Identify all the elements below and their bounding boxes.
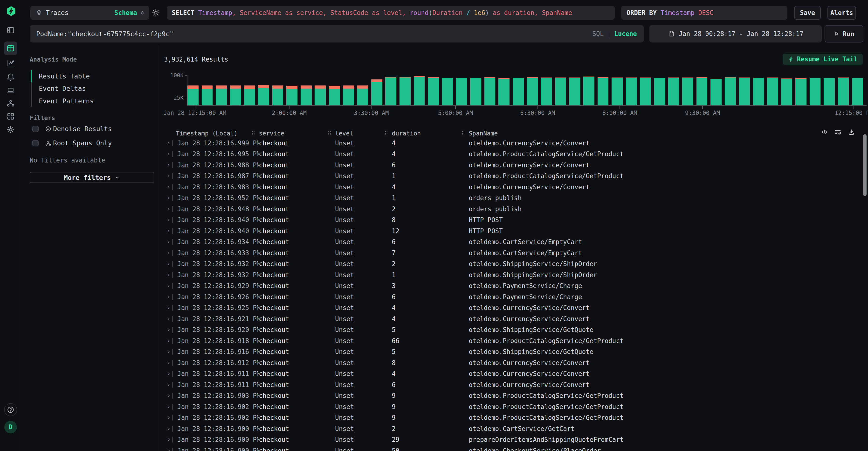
table-row[interactable]: Jan 28 12:28:16.995 PMcheckoutUnset4otel… <box>159 149 868 160</box>
table-row[interactable]: Jan 28 12:28:16.902 PMcheckoutUnset9otel… <box>159 412 868 423</box>
sql-select-editor[interactable]: SELECT Timestamp, ServiceName as service… <box>167 6 615 20</box>
table-row[interactable]: Jan 28 12:28:16.952 PMcheckoutUnset1orde… <box>159 193 868 204</box>
histogram-bar[interactable] <box>555 78 566 105</box>
expand-row-chevron-icon[interactable] <box>166 349 171 355</box>
save-button[interactable]: Save <box>794 6 821 20</box>
source-settings-gear-icon[interactable] <box>152 8 160 17</box>
query-language-toggle[interactable]: SQL | Lucene <box>592 30 637 37</box>
histogram-bar[interactable] <box>626 78 637 105</box>
histogram-bar[interactable] <box>498 78 509 105</box>
histogram-bar[interactable] <box>527 77 538 105</box>
table-row[interactable]: Jan 28 12:28:16.921 PMcheckoutUnset4otel… <box>159 313 868 325</box>
nav-alerts-bell-icon[interactable] <box>6 73 15 81</box>
histogram-bar[interactable] <box>654 78 665 105</box>
date-range-picker[interactable]: Jan 28 00:28:17 - Jan 28 12:28:17 <box>649 25 822 43</box>
histogram-bar[interactable] <box>612 78 623 105</box>
run-query-button[interactable]: Run <box>825 25 863 43</box>
histogram-bar[interactable] <box>230 85 241 105</box>
histogram-bar[interactable] <box>329 86 340 105</box>
user-avatar[interactable]: D <box>4 421 17 433</box>
expand-row-chevron-icon[interactable] <box>166 163 171 168</box>
expand-row-chevron-icon[interactable] <box>166 316 171 321</box>
order-by-editor[interactable]: ORDER BY Timestamp DESC <box>621 6 787 20</box>
histogram-bar[interactable] <box>824 78 835 105</box>
histogram-bar[interactable] <box>597 77 609 105</box>
histogram-bar[interactable] <box>795 78 806 105</box>
histogram-bar[interactable] <box>696 77 708 105</box>
nav-chart-explorer-icon[interactable] <box>6 59 15 67</box>
expand-row-chevron-icon[interactable] <box>166 382 171 388</box>
table-row[interactable]: Jan 28 12:28:16.911 PMcheckoutUnset4otel… <box>159 368 868 379</box>
histogram-bar[interactable] <box>810 78 821 105</box>
table-row[interactable]: Jan 28 12:28:16.902 PMcheckoutUnset9otel… <box>159 401 868 412</box>
expand-row-chevron-icon[interactable] <box>166 173 171 179</box>
histogram-bar[interactable] <box>258 85 269 105</box>
expand-row-chevron-icon[interactable] <box>166 294 171 300</box>
histogram-bar[interactable] <box>442 78 453 105</box>
resume-live-tail-button[interactable]: Resume Live Tail <box>783 54 863 65</box>
table-row[interactable]: Jan 28 12:28:16.911 PMcheckoutUnset6otel… <box>159 379 868 390</box>
histogram-bar[interactable] <box>513 78 524 105</box>
expand-row-chevron-icon[interactable] <box>166 261 171 266</box>
source-selector[interactable]: Traces Schema <box>30 6 149 20</box>
table-row[interactable]: Jan 28 12:28:16.948 PMcheckoutUnset2orde… <box>159 203 868 215</box>
histogram-bar[interactable] <box>739 78 750 105</box>
table-row[interactable]: Jan 28 12:28:16.900 PMcheckoutUnset50ote… <box>159 445 868 451</box>
expand-row-chevron-icon[interactable] <box>166 217 171 223</box>
histogram-bar[interactable] <box>767 78 778 105</box>
histogram-bar[interactable] <box>315 85 326 105</box>
expand-row-chevron-icon[interactable] <box>166 360 171 366</box>
histogram-bar[interactable] <box>470 78 481 105</box>
table-row[interactable]: Jan 28 12:28:16.932 PMcheckoutUnset2otel… <box>159 259 868 270</box>
nav-search-results[interactable] <box>4 41 18 55</box>
column-header-level[interactable]: level <box>335 130 392 137</box>
histogram-bar[interactable] <box>682 78 693 105</box>
histogram-bar[interactable] <box>286 86 298 105</box>
mode-event-deltas[interactable]: Event Deltas <box>39 85 86 92</box>
expand-row-chevron-icon[interactable] <box>166 250 171 256</box>
expand-row-chevron-icon[interactable] <box>166 151 171 157</box>
column-header-timestamp[interactable]: Timestamp (Local) <box>176 130 259 137</box>
table-row[interactable]: Jan 28 12:28:16.999 PMcheckoutUnset4otel… <box>159 138 868 149</box>
drag-grip-icon[interactable] <box>461 131 465 136</box>
nav-client-sessions-icon[interactable] <box>6 86 15 95</box>
histogram-bar[interactable] <box>725 77 736 105</box>
expand-row-chevron-icon[interactable] <box>166 448 171 451</box>
histogram-bar[interactable] <box>357 85 368 105</box>
expand-row-chevron-icon[interactable] <box>166 415 171 420</box>
histogram-bar[interactable] <box>216 85 227 105</box>
histogram-bar[interactable] <box>852 78 863 105</box>
histogram-bar[interactable] <box>753 78 764 105</box>
table-row[interactable]: Jan 28 12:28:16.983 PMcheckoutUnset4otel… <box>159 181 868 193</box>
language-sql-option[interactable]: SQL <box>592 30 603 37</box>
histogram-bar[interactable] <box>838 78 849 105</box>
table-row[interactable]: Jan 28 12:28:16.934 PMcheckoutUnset6otel… <box>159 236 868 248</box>
column-header-service[interactable]: service <box>259 130 335 137</box>
histogram-bar[interactable] <box>485 77 496 105</box>
nav-service-map-icon[interactable] <box>6 99 15 108</box>
alerts-button[interactable]: Alerts <box>828 6 856 20</box>
expand-row-chevron-icon[interactable] <box>166 206 171 212</box>
mode-results-table[interactable]: Results Table <box>39 73 90 80</box>
histogram-bar[interactable] <box>541 78 552 105</box>
table-row[interactable]: Jan 28 12:28:16.940 PMcheckoutUnset12HTT… <box>159 225 868 236</box>
histogram-bar[interactable] <box>456 78 467 105</box>
column-header-duration[interactable]: duration <box>392 130 469 137</box>
expand-row-chevron-icon[interactable] <box>166 393 171 398</box>
drag-grip-icon[interactable] <box>251 131 255 136</box>
expand-row-chevron-icon[interactable] <box>166 141 171 146</box>
root-spans-toggle[interactable]: Root Spans Only <box>32 139 112 147</box>
table-row[interactable]: Jan 28 12:28:16.900 PMcheckoutUnset2otel… <box>159 423 868 434</box>
root-spans-checkbox[interactable] <box>32 140 39 146</box>
table-row[interactable]: Jan 28 12:28:16.903 PMcheckoutUnset9otel… <box>159 390 868 401</box>
download-csv-icon[interactable] <box>848 129 855 136</box>
histogram-bar[interactable] <box>343 85 354 105</box>
table-row[interactable]: Jan 28 12:28:16.920 PMcheckoutUnset5otel… <box>159 325 868 336</box>
table-row[interactable]: Jan 28 12:28:16.988 PMcheckoutUnset6otel… <box>159 160 868 171</box>
column-header-spanname[interactable]: SpanName <box>469 130 868 137</box>
histogram-bar[interactable] <box>668 78 679 105</box>
expand-row-chevron-icon[interactable] <box>166 283 171 288</box>
more-filters-button[interactable]: More filters <box>30 172 154 183</box>
histogram-bar[interactable] <box>414 76 425 105</box>
histogram-bar[interactable] <box>781 79 792 105</box>
